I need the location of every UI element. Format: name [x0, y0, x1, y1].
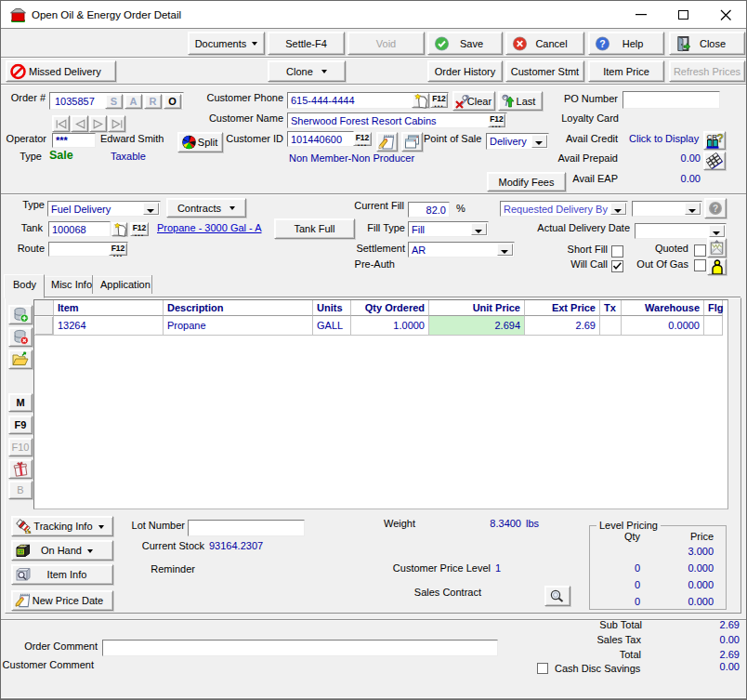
- svg-text:?: ?: [599, 37, 605, 48]
- svg-text:?: ?: [716, 132, 723, 145]
- svg-text:?: ?: [713, 204, 718, 214]
- svg-text:La: La: [25, 529, 32, 535]
